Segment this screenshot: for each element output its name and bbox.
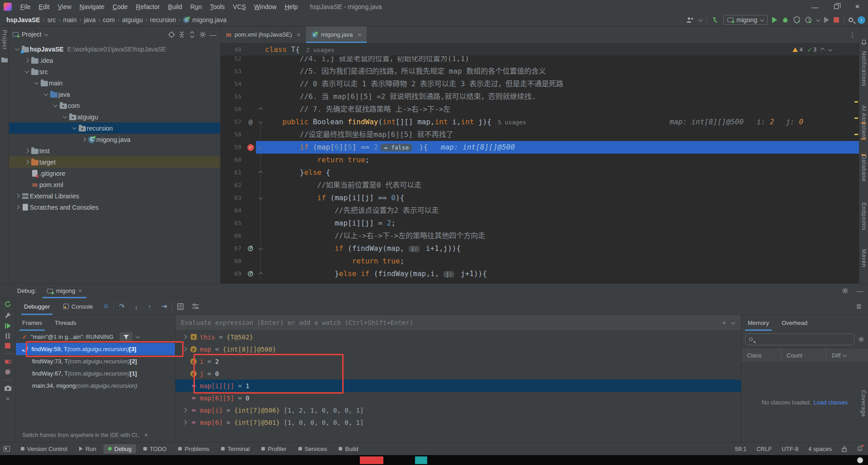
chevron-down-icon[interactable]: [816, 17, 821, 22]
step-into-icon[interactable]: ↓: [130, 303, 143, 310]
code-line-60[interactable]: 60 return true;: [221, 154, 859, 166]
expand-all-icon[interactable]: [189, 31, 196, 38]
run-with-coverage-button[interactable]: [793, 16, 800, 23]
chevron-collapsed-icon[interactable]: [182, 420, 187, 425]
chevron-collapsed-icon[interactable]: [81, 137, 86, 142]
statusbar-item-version-control[interactable]: Version Control: [16, 444, 72, 454]
memory-column-class[interactable]: Class: [741, 348, 781, 362]
fold-region-start-icon[interactable]: [258, 119, 263, 124]
variable-row-map-i-[interactable]: ∞map[i] = {int[7]@506} [1, 2, 1, 0, 0, 0…: [175, 404, 741, 416]
mute-breakpoints-icon[interactable]: [5, 369, 11, 375]
more-tabs-icon[interactable]: ⋮: [849, 31, 856, 39]
tree-row-java[interactable]: java: [9, 89, 220, 100]
resume-program-icon[interactable]: [5, 323, 11, 329]
chevron-expanded-icon[interactable]: [62, 114, 67, 118]
variable-row-j[interactable]: pj = 0: [175, 367, 741, 380]
close-tab-icon[interactable]: ×: [358, 31, 361, 38]
tab-overhead[interactable]: Overhead: [775, 315, 814, 331]
fold-region-end-icon[interactable]: [258, 107, 263, 112]
menu-file[interactable]: File: [16, 0, 35, 14]
fold-region-end-icon[interactable]: [258, 272, 263, 276]
variable-row-this[interactable]: ≡this = {T@502}: [175, 331, 741, 343]
chevron-collapsed-icon[interactable]: [182, 408, 187, 413]
update-available-icon[interactable]: ↑: [858, 16, 865, 24]
next-problem-icon[interactable]: [828, 47, 833, 52]
code-line-53[interactable]: 53 //5. 因为我们是递归的找路，所以我先规定 map 数组的各个位置值的含…: [221, 65, 859, 78]
code-line-65[interactable]: 65 map[i][j] = 2;: [221, 217, 859, 230]
chevron-expanded-icon[interactable]: [43, 91, 48, 96]
code-line-56[interactable]: 56 // 7. 先确定老鼠找路策略 上->右->下->左: [221, 103, 859, 116]
thread-selector[interactable]: ✓ "main"@1 in g...ain": RUNNING: [16, 331, 175, 343]
debug-button[interactable]: [782, 16, 789, 23]
chevron-collapsed-icon[interactable]: [182, 335, 187, 339]
tool-stripe-maven[interactable]: Maven: [861, 249, 867, 268]
statusbar-item-build[interactable]: Build: [334, 444, 363, 454]
tool-stripe-notifications[interactable]: Notifications: [861, 51, 867, 86]
profiler-button[interactable]: [805, 16, 812, 23]
step-out-icon[interactable]: ↑: [143, 303, 156, 310]
editor-tab-migong-java[interactable]: Cmigong.java×: [306, 26, 367, 43]
chevron-collapsed-icon[interactable]: [182, 347, 187, 352]
tab-threads[interactable]: Threads: [48, 315, 83, 331]
code-line-54[interactable]: 54 // 0 表示可以走 1 表示障碍物 2 表示可以走 3 表示走过，但是走…: [221, 78, 859, 90]
menu-tools[interactable]: Tools: [206, 0, 229, 14]
breadcrumb-item-java[interactable]: java: [84, 16, 96, 23]
dismiss-hint-icon[interactable]: ×: [145, 432, 148, 438]
screenshot-camera-icon[interactable]: [5, 385, 11, 391]
add-watch-icon[interactable]: +: [722, 319, 726, 326]
inspections-widget[interactable]: 4 ✓3: [793, 43, 832, 56]
tree-row-recursion[interactable]: recursion: [9, 122, 220, 134]
line-ending[interactable]: CRLF: [756, 446, 772, 452]
folder-stripe-icon[interactable]: [1, 57, 8, 62]
more-actions-icon[interactable]: »: [6, 395, 9, 402]
tool-stripe-database[interactable]: Database: [861, 155, 867, 182]
caret-position[interactable]: 59:1: [735, 446, 746, 452]
tree-row-external-libraries[interactable]: External Libraries: [9, 190, 220, 202]
breadcrumb-item-migong.java[interactable]: migong.java: [192, 16, 226, 23]
code-line-63[interactable]: 63 if (map[i][j] == 0){: [221, 192, 859, 204]
tree-row--idea[interactable]: .idea: [9, 55, 220, 66]
code-line-55[interactable]: 55 //6. 当 map[6][5] =2 就说明找到通路,就可以结束，否则就…: [221, 90, 859, 103]
breakpoint-verified-icon[interactable]: ✓: [247, 144, 254, 151]
frame-row-2[interactable]: findWay:67, T (com.atguigu.recursion) [1…: [16, 367, 175, 380]
pause-program-icon[interactable]: [5, 333, 10, 339]
frame-row-1[interactable]: findWay:73, T (com.atguigu.recursion) [2…: [16, 355, 175, 367]
chevron-down-icon[interactable]: [698, 17, 703, 22]
tree-row-main[interactable]: main: [9, 77, 220, 89]
fold-region-start-icon[interactable]: [258, 145, 263, 149]
statusbar-item-terminal[interactable]: Terminal: [217, 444, 254, 454]
menu-run[interactable]: Run: [186, 0, 206, 14]
variable-row-i[interactable]: pi = 2: [175, 355, 741, 367]
load-classes-link[interactable]: Load classes: [813, 399, 848, 406]
breadcrumb-item-atguigu[interactable]: atguigu: [122, 16, 143, 23]
menu-view[interactable]: View: [54, 0, 75, 14]
layout-settings-icon[interactable]: ≣: [856, 302, 862, 310]
tab-console[interactable]: Console: [58, 298, 99, 315]
close-session-icon[interactable]: ×: [79, 287, 82, 294]
tree-row-scratches-and-consoles[interactable]: Scratches and Consoles: [9, 202, 220, 213]
layout-icon[interactable]: ≡: [99, 302, 113, 310]
tree-row-src[interactable]: src: [9, 66, 220, 77]
hide-panel-icon[interactable]: —: [857, 287, 863, 295]
breadcrumb-item-hspjavase[interactable]: hspJavaSE: [6, 16, 40, 23]
code-line-62[interactable]: 62 //如果当前位置是0 代表可以走: [221, 179, 859, 192]
read-lock-icon[interactable]: [842, 446, 847, 452]
menu-build[interactable]: Build: [164, 0, 186, 14]
statusbar-item-services[interactable]: Services: [294, 444, 332, 454]
build-hammer-icon[interactable]: [712, 16, 719, 23]
code-line-57[interactable]: 57@ public Boolean findWay(int[][] map,i…: [221, 116, 859, 128]
chevron-expanded-icon[interactable]: [15, 46, 19, 51]
code-line-52[interactable]: 52 //4. i,j 就是老鼠的位置，初始化的位置为(1,1): [221, 56, 859, 65]
variable-row-map-6-[interactable]: ∞map[6] = {int[7]@501} [1, 0, 0, 0, 0, 0…: [175, 416, 741, 428]
chevron-collapsed-icon[interactable]: [15, 194, 19, 198]
tree-row-atguigu[interactable]: atguigu: [9, 111, 220, 122]
tool-stripe-coverage[interactable]: Coverage: [860, 390, 867, 417]
chevron-collapsed-icon[interactable]: [15, 205, 19, 210]
run-disabled-button[interactable]: [824, 17, 829, 23]
frame-row-3[interactable]: main:34, migong (com.atguigu.recursion): [16, 380, 175, 392]
fold-region-end-icon[interactable]: [258, 170, 263, 175]
chevron-collapsed-icon[interactable]: [24, 149, 29, 153]
menu-refactor[interactable]: Refactor: [132, 0, 164, 14]
editor-tab-pom-xml[interactable]: mpom.xml (hspJavaSE)×: [221, 26, 306, 43]
settings-gear-icon[interactable]: [842, 287, 849, 294]
